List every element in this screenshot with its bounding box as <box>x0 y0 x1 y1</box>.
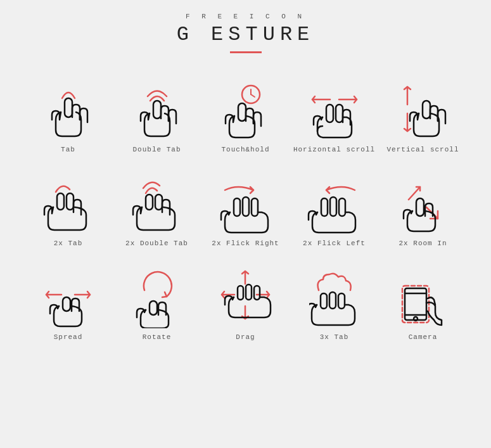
title: G ESTURE <box>177 23 315 46</box>
svg-rect-19 <box>252 198 258 216</box>
tab-label: Tab <box>61 146 75 153</box>
icon-grid: Tab <box>24 72 468 347</box>
double-tab-label: Double Tab <box>132 146 181 153</box>
svg-rect-0 <box>65 98 72 117</box>
icon-2x-tab: 2x Tab <box>24 166 113 253</box>
svg-rect-9 <box>336 105 343 122</box>
spread-label: Spread <box>54 333 83 341</box>
svg-rect-13 <box>57 193 64 210</box>
svg-rect-8 <box>326 105 333 122</box>
svg-rect-12 <box>423 101 430 118</box>
icon-rotate: Rotate <box>113 260 201 347</box>
svg-rect-5 <box>238 103 246 121</box>
svg-rect-36 <box>254 286 260 300</box>
horizontal-scroll-label: Horizontal scroll <box>293 146 375 153</box>
3x-tab-label: 3x Tab <box>320 333 349 341</box>
svg-rect-1 <box>153 101 161 118</box>
svg-rect-16 <box>155 195 162 210</box>
svg-rect-28 <box>63 297 70 311</box>
rotate-label: Rotate <box>143 333 172 341</box>
svg-rect-34 <box>238 286 243 300</box>
camera-label: Camera <box>409 333 438 341</box>
svg-rect-21 <box>330 197 336 216</box>
icon-touch-hold: Touch&hold <box>201 72 290 160</box>
touch-hold-label: Touch&hold <box>221 146 269 153</box>
icon-double-tab: Double Tab <box>113 72 201 160</box>
icon-tab: Tab <box>24 72 113 160</box>
svg-rect-22 <box>339 198 345 216</box>
svg-rect-15 <box>146 195 153 210</box>
icon-2x-flick-left: 2x Flick Left <box>290 166 379 253</box>
svg-rect-37 <box>321 293 327 309</box>
icon-spread: Spread <box>24 260 113 347</box>
svg-rect-18 <box>243 197 249 216</box>
svg-rect-29 <box>150 301 157 315</box>
svg-rect-39 <box>338 293 345 309</box>
icon-drag: Drag <box>201 260 290 347</box>
icon-2x-room-in: 2x Room In <box>379 166 468 253</box>
svg-rect-17 <box>234 198 240 216</box>
title-underline <box>230 51 262 53</box>
svg-line-23 <box>409 187 420 200</box>
2x-room-in-label: 2x Room In <box>399 240 447 247</box>
2x-flick-right-label: 2x Flick Right <box>212 240 279 247</box>
subtitle: F R E E I C O N <box>177 13 315 20</box>
svg-rect-38 <box>329 292 336 309</box>
icon-2x-flick-right: 2x Flick Right <box>201 166 290 253</box>
svg-line-4 <box>251 94 255 97</box>
2x-flick-left-label: 2x Flick Left <box>303 240 366 247</box>
icon-camera: Camera <box>379 260 468 347</box>
2x-tab-label: 2x Tab <box>54 240 83 247</box>
svg-rect-35 <box>246 285 252 300</box>
page-header: F R E E I C O N G ESTURE <box>177 13 315 53</box>
drag-label: Drag <box>236 333 255 341</box>
2x-double-tab-label: 2x Double Tab <box>125 240 188 247</box>
svg-point-44 <box>414 317 418 321</box>
svg-rect-14 <box>67 193 73 210</box>
icon-vertical-scroll: Vertical scroll <box>379 72 468 160</box>
svg-rect-25 <box>416 198 424 216</box>
icon-2x-double-tab: 2x Double Tab <box>113 166 201 253</box>
icon-3x-tab: 3x Tab <box>290 260 379 347</box>
icon-horizontal-scroll: Horizontal scroll <box>290 72 379 160</box>
vertical-scroll-label: Vertical scroll <box>386 146 459 153</box>
svg-rect-20 <box>321 198 328 216</box>
